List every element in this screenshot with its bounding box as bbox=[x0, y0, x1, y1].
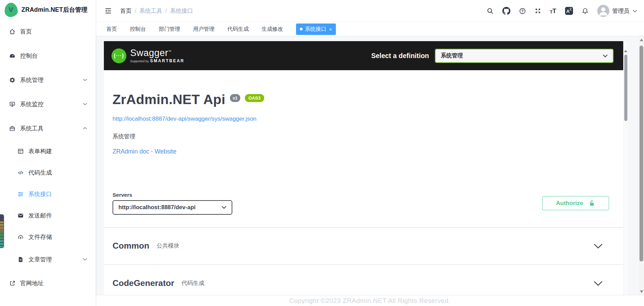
version-badge: v1 bbox=[230, 94, 240, 102]
breadcrumb-item[interactable]: 系统工具 bbox=[140, 7, 162, 15]
footer: Copyright ©2023 ZRAdmin.NET All Rights R… bbox=[96, 295, 644, 306]
trademark: ™ bbox=[168, 50, 172, 53]
authorize-button[interactable]: Authorize bbox=[542, 196, 609, 210]
server-selected-value: http://localhost:8887/dev-api bbox=[118, 204, 196, 211]
translate-icon[interactable]: A文 bbox=[565, 7, 573, 15]
scrollbar-thumb[interactable] bbox=[624, 55, 627, 121]
definition-selected-value: 系统管理 bbox=[441, 52, 463, 59]
sidebar-item-system-admin[interactable]: 系统管理 bbox=[0, 68, 96, 92]
breadcrumb-separator: / bbox=[135, 8, 136, 14]
swagger-scrollbar[interactable] bbox=[623, 41, 628, 295]
tab-home[interactable]: 首页 bbox=[106, 26, 117, 33]
section-description: 代码生成 bbox=[181, 279, 204, 287]
servers-label: Servers bbox=[113, 192, 232, 198]
sidebar-item-system-api[interactable]: 系统接口 bbox=[0, 183, 96, 205]
sidebar-item-label: 系统监控 bbox=[20, 100, 44, 108]
scroll-down-arrow[interactable] bbox=[640, 290, 643, 293]
app-title: ZRAdmin.NET后台管理 bbox=[21, 6, 88, 14]
tab-code-gen[interactable]: 代码生成 bbox=[227, 26, 249, 33]
app-logo-letter: V bbox=[9, 6, 13, 14]
scroll-up-arrow[interactable] bbox=[624, 50, 627, 52]
swagger-panel: {···} Swagger™ Supported bySMARTBEAR Sel… bbox=[104, 41, 628, 295]
sidebar-item-article-admin[interactable]: 文章管理 bbox=[0, 248, 96, 271]
external-link-icon bbox=[9, 280, 16, 287]
scrollbar-thumb[interactable] bbox=[639, 46, 643, 261]
font-size-icon[interactable]: TT bbox=[550, 8, 556, 14]
sidebar-item-label: 系统工具 bbox=[20, 124, 44, 132]
tab-dept-admin[interactable]: 部门管理 bbox=[159, 26, 180, 33]
breadcrumb-item[interactable]: 系统接口 bbox=[170, 7, 193, 15]
toolbox-icon bbox=[9, 125, 16, 132]
scheme-container: Servers http://localhost:8887/dev-api Au… bbox=[104, 176, 628, 228]
sidebar-item-system-monitor[interactable]: 系统监控 bbox=[0, 92, 96, 116]
fullscreen-icon[interactable] bbox=[535, 8, 541, 14]
user-menu[interactable]: 管理员 bbox=[597, 5, 637, 17]
sidebar-item-label: 控制台 bbox=[20, 52, 38, 60]
sidebar-item-home[interactable]: 首页 bbox=[0, 19, 96, 44]
window-scrollbar[interactable] bbox=[639, 37, 644, 295]
font-size-large-glyph: T bbox=[553, 8, 556, 14]
app-logo-row[interactable]: V ZRAdmin.NET后台管理 bbox=[0, 0, 96, 19]
sidebar-item-label: 文件存储 bbox=[28, 233, 52, 241]
avatar bbox=[597, 5, 609, 17]
swagger-logo-icon: {···} bbox=[111, 48, 126, 63]
navbar: 首页 / 系统工具 / 系统接口 ? TT A文 管理员 bbox=[96, 0, 644, 22]
opblock-tag-common[interactable]: Common 公共模块 bbox=[104, 228, 628, 265]
cloud-upload-icon bbox=[17, 234, 24, 240]
sidebar-item-label: 官网地址 bbox=[20, 279, 44, 287]
help-icon[interactable]: ? bbox=[519, 8, 526, 15]
breadcrumb-item[interactable]: 首页 bbox=[120, 7, 132, 15]
swagger-logo: {···} Swagger™ Supported bySMARTBEAR bbox=[111, 48, 185, 63]
tab-system-api-active[interactable]: 系统接口 × bbox=[296, 24, 336, 35]
sliders-icon bbox=[17, 191, 24, 197]
section-description: 公共模块 bbox=[156, 242, 179, 250]
sidebar-item-official-site[interactable]: 官网地址 bbox=[0, 271, 96, 295]
app-main: {···} Swagger™ Supported bySMARTBEAR Sel… bbox=[96, 37, 644, 295]
tab-gen-edit[interactable]: 生成修改 bbox=[262, 26, 283, 33]
chevron-down-icon[interactable] bbox=[593, 243, 603, 249]
avatar-person-icon bbox=[597, 5, 609, 17]
close-icon[interactable]: × bbox=[329, 27, 332, 32]
chevron-down-icon bbox=[603, 54, 608, 57]
scroll-up-arrow[interactable] bbox=[640, 39, 643, 41]
copyright-text: Copyright ©2023 ZRAdmin.NET All Rights R… bbox=[289, 297, 450, 305]
tab-user-admin[interactable]: 用户管理 bbox=[193, 26, 215, 33]
dashboard-icon bbox=[9, 53, 16, 59]
home-icon bbox=[9, 28, 16, 35]
doc-website-link[interactable]: ZRAdmin doc - Website bbox=[113, 148, 176, 155]
server-select[interactable]: http://localhost:8887/dev-api bbox=[113, 200, 232, 215]
swagger-brand-name: Swagger™ bbox=[130, 48, 185, 58]
spec-url-link[interactable]: http://localhost:8887/dev-api/swagger/sy… bbox=[113, 115, 257, 122]
sidebar-item-label: 代码生成 bbox=[28, 169, 52, 177]
sidebar-item-label: 系统管理 bbox=[20, 76, 44, 84]
sidebar-menu: 首页 控制台 系统管理 系统监控 系统工具 表单构建 代码生成 bbox=[0, 19, 96, 295]
breadcrumb-separator: / bbox=[166, 8, 167, 14]
sidebar-item-system-tools[interactable]: 系统工具 bbox=[0, 116, 96, 140]
chevron-down-icon[interactable] bbox=[593, 281, 603, 286]
opblock-tag-codegenerator[interactable]: CodeGenerator 代码生成 bbox=[104, 265, 628, 295]
translate-wen-glyph: 文 bbox=[569, 7, 572, 12]
definition-select[interactable]: 系统管理 bbox=[435, 49, 614, 63]
oas3-badge: OAS3 bbox=[245, 94, 264, 102]
form-icon bbox=[17, 148, 24, 155]
tags-view-bar: 首页 控制台 部门管理 用户管理 代码生成 生成修改 系统接口 × bbox=[96, 22, 644, 36]
sidebar-item-label: 表单构建 bbox=[28, 147, 52, 155]
search-icon[interactable] bbox=[487, 8, 494, 15]
swagger-topbar: {···} Swagger™ Supported bySMARTBEAR Sel… bbox=[104, 41, 628, 70]
monitor-icon bbox=[9, 101, 16, 108]
github-icon[interactable] bbox=[502, 7, 510, 15]
sidebar-item-label: 系统接口 bbox=[28, 190, 52, 198]
tab-console[interactable]: 控制台 bbox=[130, 26, 146, 33]
sidebar-item-code-generator[interactable]: 代码生成 bbox=[0, 162, 96, 183]
chevron-down-icon bbox=[83, 258, 87, 261]
sidebar-item-console[interactable]: 控制台 bbox=[0, 44, 96, 68]
bell-icon[interactable] bbox=[582, 8, 589, 15]
sidebar-item-send-mail[interactable]: 发送邮件 bbox=[0, 205, 96, 226]
sidebar-item-file-storage[interactable]: 文件存储 bbox=[0, 226, 96, 248]
sidebar-item-form-builder[interactable]: 表单构建 bbox=[0, 140, 96, 162]
edge-monitor-widget[interactable] bbox=[0, 214, 4, 248]
section-name: Common bbox=[113, 241, 149, 251]
sidebar: V ZRAdmin.NET后台管理 首页 控制台 系统管理 系统监控 系统工具 bbox=[0, 0, 96, 306]
hamburger-icon[interactable] bbox=[105, 7, 112, 15]
chevron-up-icon bbox=[83, 127, 87, 130]
